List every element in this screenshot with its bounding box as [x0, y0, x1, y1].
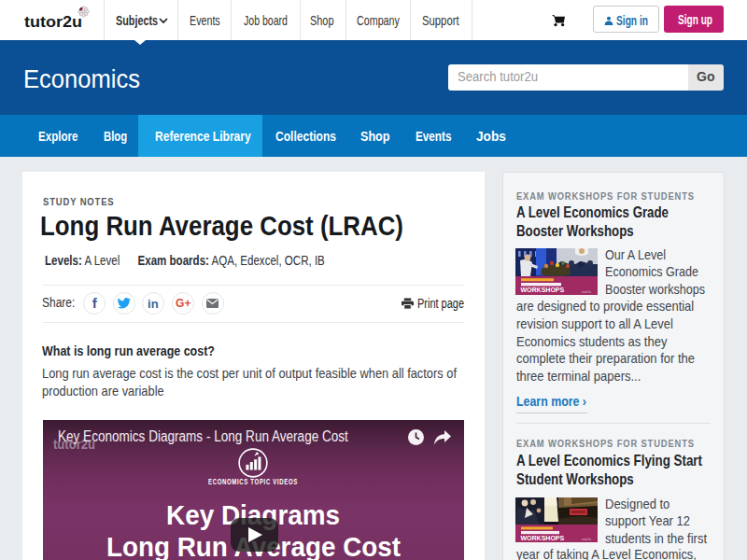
- svg-text:WORKSHOPS: WORKSHOPS: [520, 287, 564, 293]
- svg-text:WORKSHOPS: WORKSHOPS: [520, 535, 564, 541]
- svg-text:tutor2u: tutor2u: [582, 538, 591, 541]
- svg-text:tutor2u: tutor2u: [582, 290, 591, 294]
